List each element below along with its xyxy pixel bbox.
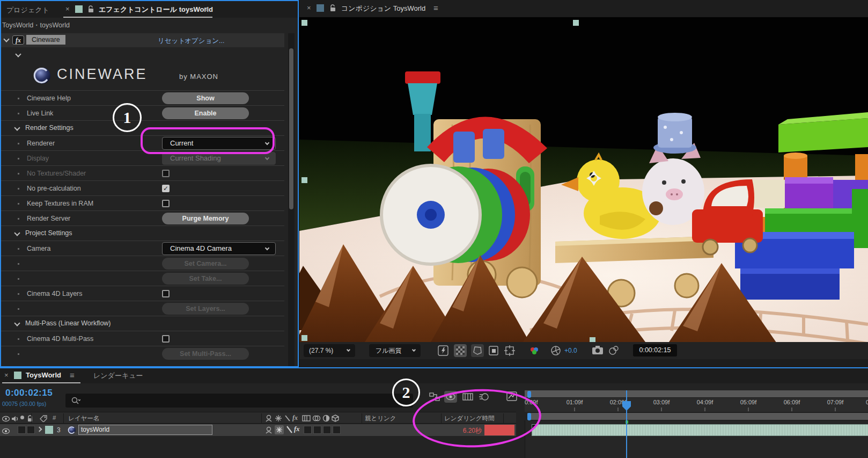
ruler-label: 08:09f [866,399,868,405]
row-no-precalculation: No pre-calculation ✓ [1,180,284,195]
layer-label-chip[interactable] [45,426,53,434]
close-icon[interactable]: × [307,4,311,12]
search-input[interactable] [65,394,413,408]
shy-column-icon [265,415,273,424]
effect-header-row: fx Cineware リセット オプション... [1,33,284,47]
current-timecode[interactable]: 0:00:02:15 [5,388,53,398]
group-multipass[interactable]: Multi-Pass (Linear Workflow) [1,316,284,331]
reset-link[interactable]: リセット [158,37,185,46]
group-project-settings[interactable]: Project Settings [1,226,284,241]
annotation-renderer-highlight [141,127,275,154]
options-link[interactable]: オプション... [185,37,224,46]
transparency-grid-icon[interactable] [454,344,467,357]
keep-textures-checkbox[interactable] [162,200,170,207]
resolution-dropdown[interactable]: フル画質 [369,344,421,357]
layer-motion-blur-switch[interactable] [313,426,321,434]
lock-icon[interactable] [329,4,336,14]
layer-shy-switch[interactable] [265,426,273,436]
display-value: Current Shading [170,154,221,162]
track-area[interactable] [525,420,868,458]
panel-menu-icon[interactable]: ≡ [204,4,209,13]
panel-color-chip [14,372,21,379]
layer-name-column-label[interactable]: レイヤー名 [68,415,99,423]
group-label: Project Settings [25,229,72,237]
quality-column-icon [284,415,291,424]
layer-solo-switch[interactable] [27,426,35,434]
exposure-icon[interactable] [550,345,561,358]
effect-collapse-chevron[interactable] [3,36,9,42]
layer-audio-switch[interactable] [18,426,26,434]
guides-icon[interactable] [504,345,515,358]
row-keep-textures: Keep Textures in RAM [1,195,284,210]
fast-previews-icon[interactable] [438,345,448,358]
effect-expand-chevron[interactable] [15,51,21,57]
collapse-column-icon [275,415,282,424]
row-c4d-multipass: Cinema 4D Multi-Pass [1,331,284,346]
close-icon[interactable]: × [65,5,70,13]
cineware-logo: CINEWARE by MAXON [33,64,259,88]
resolution-value: フル画質 [376,347,402,354]
work-area-bar[interactable] [527,412,868,420]
exposure-value[interactable]: +0.0 [564,347,577,354]
show-button[interactable]: Show [162,92,249,104]
composition-image [299,17,868,342]
mask-visibility-icon[interactable] [471,344,484,357]
region-of-interest-icon[interactable] [488,345,499,358]
layer-quality-switch[interactable] [286,425,293,436]
tab-timeline[interactable]: ToysWorld [26,371,61,379]
panel-menu-icon[interactable]: ≡ [70,370,75,380]
tab-render-queue[interactable]: レンダーキュー [93,371,143,381]
scrollbar-thumb[interactable] [289,48,293,209]
purge-memory-button[interactable]: Purge Memory [162,213,249,224]
magnification-dropdown[interactable]: (27.7 %) [304,344,355,357]
layer-duration-bar[interactable] [532,424,868,436]
time-ruler[interactable]: 0:09f 01:09f 02:09f 03:09f 04:09f 05:09f… [525,390,868,412]
ruler-label: 04:09f [692,399,718,405]
preview-timecode[interactable]: 0:00:02:15 [633,344,677,357]
layer-adjustment-switch[interactable] [323,426,331,434]
solo-column-icon [20,416,24,419]
snapshot-icon[interactable] [592,345,604,357]
no-precalculation-checkbox[interactable]: ✓ [162,185,170,192]
show-snapshot-icon[interactable] [608,345,620,357]
layer-3d-switch[interactable] [333,426,341,434]
row-set-take: Set Take... [1,271,284,286]
group-label: Multi-Pass (Linear Workflow) [25,319,111,327]
tab-composition[interactable]: コンポジション ToysWorld [341,4,425,13]
effect-panel-scrollbar[interactable] [288,33,295,366]
ruler-label: 01:09f [562,399,587,405]
row-live-link: Live Link Enable [1,105,284,120]
enable-button[interactable]: Enable [162,107,249,119]
no-textures-checkbox[interactable] [162,170,170,177]
active-tab-underline [2,382,80,383]
fx-column-icon: fx [292,414,298,422]
layer-name: toysWorld [81,426,109,433]
close-icon[interactable]: × [4,371,9,379]
layer-fx-switch[interactable]: fx [294,425,299,433]
tab-effect-controls[interactable]: エフェクトコントロール toysWorld [99,5,213,14]
work-area-start-handle[interactable] [527,391,531,398]
layer-frame-blend-switch[interactable] [304,426,312,434]
layer-collapse-switch[interactable] [275,425,284,434]
layer-expand-arrow[interactable] [37,427,42,432]
playhead-handle[interactable] [622,401,631,413]
panel-menu-icon[interactable]: ≡ [433,3,438,12]
layer-name-box[interactable]: toysWorld [78,425,212,435]
frame-blend-column-icon [302,415,311,424]
lock-icon [88,5,94,12]
annotation-step1-number: 1 [123,108,131,126]
c4d-multipass-checkbox[interactable] [162,335,170,343]
label-column-icon [40,415,47,424]
channel-icon[interactable] [529,346,540,358]
c4d-layers-checkbox[interactable] [162,290,170,297]
layer-video-icon[interactable] [2,427,10,437]
camera-dropdown[interactable]: Cinema 4D Camera [162,242,276,255]
parent-link-column-label[interactable]: 親とリンク [365,415,396,423]
set-multipass-button: Set Multi-Pass... [162,348,249,360]
effect-name-chip[interactable]: Cineware [26,35,65,45]
layer-index: 3 [57,426,61,434]
composition-viewer[interactable] [299,17,868,342]
row-label: Live Link [27,110,53,117]
tab-project[interactable]: プロジェクト [6,5,49,15]
cineware-sphere-icon [33,67,52,85]
